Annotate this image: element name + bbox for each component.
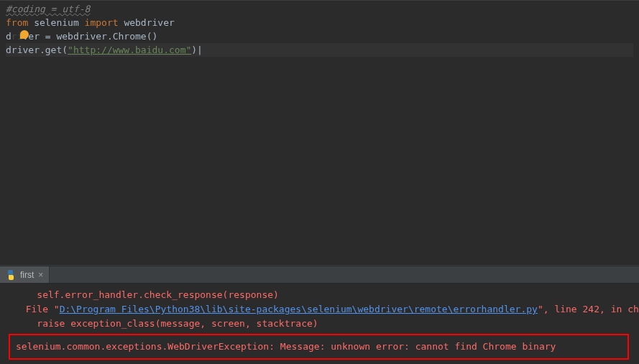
intention-bulb-icon[interactable] [20, 30, 29, 39]
code-line-current: driver.get("http://www.baidu.com")| [6, 43, 633, 57]
traceback-line: File "D:\Program Files\Python38\lib\site… [14, 302, 632, 317]
code-line: #coding = utf-8 [6, 2, 633, 16]
run-tab-bar: first × [0, 266, 639, 284]
code-line: driver = webdriver.Chrome() [6, 29, 633, 43]
python-icon [6, 270, 16, 280]
run-tool-window: first × self.error_handler.check_respons… [0, 266, 639, 364]
error-message: selenium.common.exceptions.WebDriverExce… [16, 340, 622, 354]
run-tab[interactable]: first × [0, 266, 50, 283]
code-editor[interactable]: #coding = utf-8 from selenium import web… [0, 0, 639, 264]
comment-text: #coding = utf-8 [6, 4, 90, 14]
error-highlight-box: selenium.common.exceptions.WebDriverExce… [9, 334, 629, 360]
run-tab-label: first [20, 270, 34, 280]
file-link[interactable]: D:\Program Files\Python38\lib\site-packa… [60, 304, 538, 314]
traceback-line: self.error_handler.check_response(respon… [14, 288, 632, 302]
code-line: from selenium import webdriver [6, 16, 633, 29]
close-icon[interactable]: × [38, 270, 43, 280]
cursor-icon: | [197, 45, 203, 55]
console-output[interactable]: self.error_handler.check_response(respon… [0, 284, 639, 364]
traceback-line: raise exception_class(message, screen, s… [14, 317, 632, 331]
